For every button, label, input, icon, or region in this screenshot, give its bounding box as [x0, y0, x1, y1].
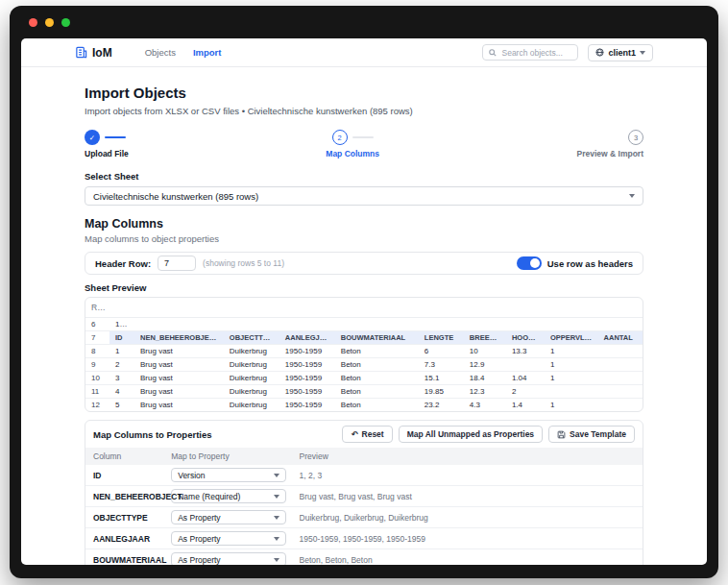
- sheet-cell: Beton: [335, 384, 419, 398]
- map-columns-title: Map Columns: [85, 217, 643, 231]
- sheet-cell: NEN_BEHEEROBJECT: [134, 330, 224, 344]
- use-row-as-headers: Use row as headers: [517, 256, 633, 270]
- sheet-cell: 3: [109, 371, 134, 384]
- sheet-cell: 23.2: [419, 398, 464, 411]
- sheet-cell: 1: [545, 398, 598, 411]
- sheet-cell: Brug vast: [134, 344, 224, 357]
- minimize-window-button[interactable]: [45, 18, 54, 27]
- map-to-property-header: Map to Property: [163, 448, 291, 465]
- sheet-cell: 15.1: [419, 371, 464, 384]
- sheet-cell: 4.3: [464, 398, 506, 411]
- sheet-cell: 1: [545, 371, 598, 384]
- row-number-cell: 9: [85, 357, 109, 371]
- sheet-cell: ID: [109, 330, 134, 344]
- sheet-cell: [224, 317, 279, 330]
- close-window-button[interactable]: [29, 18, 37, 27]
- chevron-down-icon: [274, 516, 279, 520]
- sheet-cell: [134, 317, 224, 330]
- row-number-cell: 11: [85, 384, 109, 398]
- sheet-select[interactable]: Civieltechnische kunstwerken (895 rows): [85, 186, 643, 206]
- sheet-cell: 1950-1959: [279, 384, 335, 398]
- main-nav: Objects Import: [145, 47, 222, 58]
- map-columns-subtitle: Map columns to object properties: [85, 233, 643, 244]
- map-to-property-select[interactable]: As Property: [171, 552, 286, 565]
- use-row-as-headers-toggle[interactable]: [517, 256, 542, 270]
- column-header: Column: [85, 448, 163, 465]
- step-map-columns: 2 Map Columns: [326, 130, 379, 158]
- nav-objects[interactable]: Objects: [145, 47, 176, 58]
- app-header: IoM Objects Import: [21, 38, 707, 67]
- sheet-cell: 5: [109, 398, 134, 411]
- app-logo[interactable]: IoM: [75, 46, 112, 60]
- mapping-preview: Beton, Beton, Beton: [292, 549, 643, 566]
- page-subtitle: Import objects from XLSX or CSV files • …: [85, 106, 643, 116]
- reset-button[interactable]: ↶ Reset: [342, 426, 392, 443]
- sheet-cell: 19.85: [419, 384, 464, 398]
- mapping-preview: Duikerbrug, Duikerbrug, Duikerbrug: [292, 507, 643, 528]
- sheet-cell: Duikerbrug: [224, 357, 279, 371]
- reset-label: Reset: [362, 429, 384, 439]
- search-input[interactable]: [501, 48, 571, 58]
- sheet-cell: [506, 357, 545, 371]
- sheet-cell: Duikerbrug: [224, 371, 279, 384]
- sheet-cell: 2: [506, 384, 545, 398]
- sheet-cell: Beton: [335, 357, 419, 371]
- client-name: client1: [608, 48, 636, 58]
- map-to-property-select[interactable]: As Property: [171, 531, 286, 546]
- mapping-table: Column Map to Property Preview IDVersion…: [85, 448, 643, 565]
- sheet-cell: OBJECTTYPE: [224, 330, 279, 344]
- row-number-cell: 6: [85, 317, 109, 330]
- sheet-cell: Brug vast: [134, 384, 224, 398]
- maximize-window-button[interactable]: [61, 18, 70, 27]
- step-upload-file: ✓ Upload File: [85, 130, 129, 158]
- sheet-preview-body: 610147IDNEN_BEHEEROBJECTOBJECTTYPEAANLEG…: [85, 317, 643, 411]
- map-all-label: Map All Unmapped as Properties: [407, 429, 534, 439]
- sheet-cell: Beton: [335, 398, 419, 411]
- sheet-cell: Brug vast: [134, 371, 224, 384]
- client-menu-button[interactable]: client1: [588, 44, 653, 61]
- row-number-cell: 12: [85, 398, 109, 411]
- search-box[interactable]: [482, 44, 578, 61]
- selected-property: Version: [178, 471, 205, 480]
- map-to-property-select[interactable]: Name (Required): [171, 489, 286, 503]
- sheet-cell: [545, 384, 598, 398]
- map-all-unmapped-button[interactable]: Map All Unmapped as Properties: [399, 426, 543, 443]
- save-template-button[interactable]: Save Template: [548, 426, 635, 443]
- step-1-complete-check-icon: ✓: [85, 130, 100, 145]
- mapping-column-name: AANLEGJAAR: [85, 528, 163, 549]
- sheet-cell: AANTAL: [598, 330, 643, 344]
- header-right: client1: [482, 44, 653, 61]
- header-row-input[interactable]: [158, 256, 196, 271]
- sheet-cell: [279, 317, 335, 330]
- mapping-row: AANLEGJAARAs Property1950-1959, 1950-195…: [85, 528, 643, 549]
- sheet-cell: Duikerbrug: [224, 344, 279, 357]
- sheet-cell: Beton: [335, 371, 419, 384]
- undo-icon: ↶: [351, 429, 357, 439]
- sheet-cell: 4: [109, 384, 134, 398]
- chevron-down-icon: [274, 558, 279, 562]
- map-to-property-select[interactable]: As Property: [171, 510, 286, 524]
- save-icon: [557, 430, 566, 439]
- header-row-label: Header Row:: [95, 258, 151, 269]
- sheet-preview-table-container: Row 610147IDNEN_BEHEEROBJECTOBJECTTYPEAA…: [85, 297, 643, 412]
- sheet-cell: 1.04: [506, 371, 545, 384]
- sheet-cell: 1: [545, 344, 598, 357]
- nav-import[interactable]: Import: [193, 47, 222, 58]
- mapping-preview: 1, 2, 3: [292, 465, 643, 486]
- globe-icon: [595, 48, 604, 57]
- row-number-cell: 8: [85, 344, 109, 357]
- sheet-preview-row: 81Brug vastDuikerbrug1950-1959Beton61013…: [85, 344, 643, 357]
- toggle-knob: [530, 258, 540, 268]
- mapping-header-row: Column Map to Property Preview: [85, 448, 643, 465]
- selected-property: As Property: [178, 534, 220, 544]
- map-to-property-select[interactable]: Version: [171, 468, 286, 482]
- sheet-cell: [598, 317, 643, 330]
- sheet-preview-title: Sheet Preview: [85, 282, 643, 293]
- search-icon: [489, 49, 497, 57]
- use-row-as-headers-label: Use row as headers: [547, 258, 633, 269]
- row-number-cell: 10: [85, 371, 109, 384]
- sheet-cell: 18.4: [464, 371, 506, 384]
- sheet-cell: [598, 398, 643, 411]
- sheet-cell: 12.3: [464, 384, 506, 398]
- sheet-cell: HOOGTE: [506, 330, 545, 344]
